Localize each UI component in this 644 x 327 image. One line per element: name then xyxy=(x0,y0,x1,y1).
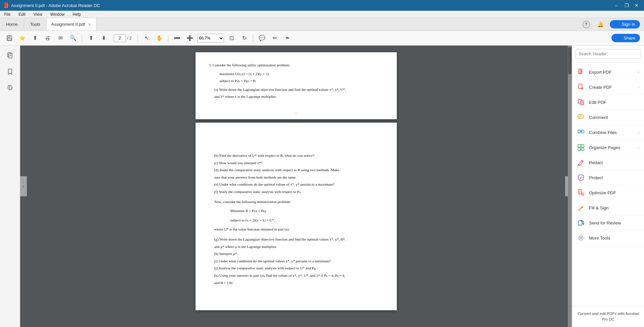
tool-redact[interactable]: Redact xyxy=(572,155,644,170)
svg-rect-18 xyxy=(578,115,583,118)
tool-send-for-review[interactable]: Send for Review xyxy=(572,215,644,231)
fit-page-button[interactable]: ⊡ xyxy=(226,33,237,44)
organize-pages-label: Organize Pages xyxy=(589,145,634,150)
rotate-button[interactable]: ↻ xyxy=(239,33,250,44)
pages-panel-button[interactable] xyxy=(3,49,17,62)
cursor-tool-button[interactable]: ↖ xyxy=(141,33,152,44)
menu-window[interactable]: Window xyxy=(49,11,66,17)
part-c: (c) How would you interpret λ*? xyxy=(214,160,383,166)
menu-file[interactable]: File xyxy=(3,11,12,17)
sign-in-button[interactable]: 👤 Sign In xyxy=(610,20,640,28)
app-icon: 📕 xyxy=(3,2,9,8)
share-button[interactable]: 👤 Share xyxy=(611,34,640,42)
tool-protect[interactable]: Protect xyxy=(572,170,644,185)
search-button[interactable]: 🔍 xyxy=(68,33,78,44)
tab-home[interactable]: Home xyxy=(0,18,24,30)
part-g2: and μ* where μ is the Lagrange multiplie… xyxy=(214,244,383,250)
page-number-input[interactable] xyxy=(114,34,126,42)
page2-content: (b) Find the derivative of U* with respe… xyxy=(196,123,397,297)
pdf-viewer: ‹ 3. Consider the following utility opti… xyxy=(20,46,572,327)
part-f: (f) Study the comparative static analysi… xyxy=(214,189,383,195)
comment-label: Comment xyxy=(589,115,639,120)
help-icon-button[interactable]: ? xyxy=(582,20,591,29)
combine-files-icon xyxy=(577,128,585,136)
redact-label: Redact xyxy=(589,160,639,165)
next-page-button[interactable]: ⬇ xyxy=(98,33,109,44)
svg-rect-2 xyxy=(8,38,11,40)
maximize-button[interactable]: ❐ xyxy=(622,2,631,9)
hand-tool-button[interactable]: ✋ xyxy=(154,33,165,44)
constraint: subject to P₁x + P₂y = B. xyxy=(220,78,383,84)
tool-more-tools[interactable]: More Tools xyxy=(572,231,644,246)
attachments-panel-button[interactable] xyxy=(3,81,17,94)
scroll-left-button[interactable]: ‹ xyxy=(20,176,27,196)
save-button[interactable] xyxy=(4,33,15,44)
export-pdf-arrow: › xyxy=(638,70,639,74)
create-pdf-arrow: › xyxy=(638,85,639,89)
svg-rect-1 xyxy=(8,36,10,38)
utility-function: max(min) U(x,y) = (x + 2)(y + 1) xyxy=(220,71,383,77)
minimize-button[interactable]: – xyxy=(612,2,621,9)
bookmark-button[interactable]: ⭐ xyxy=(17,33,28,44)
svg-line-39 xyxy=(582,221,584,222)
tool-optimize-pdf[interactable]: Optimize PDF xyxy=(572,185,644,200)
print-button[interactable]: 🖨 xyxy=(42,33,53,44)
svg-rect-22 xyxy=(582,130,584,133)
menu-help[interactable]: Help xyxy=(71,11,83,17)
tab-tools[interactable]: Tools xyxy=(24,18,47,30)
tab-bar: Home Tools Assignment II.pdf × ? 🔔 👤 Sig… xyxy=(0,18,644,31)
create-pdf-label: Create PDF xyxy=(589,85,634,90)
menu-view[interactable]: View xyxy=(32,11,44,17)
now-consider: Now, consider the following minimization… xyxy=(214,199,383,205)
menu-edit[interactable]: Edit xyxy=(17,11,27,17)
toolbar-separator-1 xyxy=(82,34,82,42)
title-bar-left: 📕 Assignment II.pdf - Adobe Acrobat Read… xyxy=(3,2,100,8)
comment-icon xyxy=(577,113,585,121)
tool-export-pdf[interactable]: Export PDF › xyxy=(572,65,644,80)
upload-button[interactable]: ⬆ xyxy=(30,33,40,44)
scrollbar-thumb[interactable] xyxy=(568,47,572,74)
tools-search-input[interactable] xyxy=(576,49,641,59)
toolbar-separator-3 xyxy=(168,34,168,42)
tool-edit-pdf[interactable]: Edit PDF xyxy=(572,95,644,110)
fill-sign-label: Fill & Sign xyxy=(589,205,639,210)
svg-rect-28 xyxy=(578,165,581,166)
svg-rect-25 xyxy=(578,148,581,150)
comment-tool-button[interactable]: 💬 xyxy=(257,33,267,44)
page1-content: 3. Consider the following utility optimi… xyxy=(196,52,397,126)
close-button[interactable]: ✕ xyxy=(632,2,641,9)
notifications-button[interactable]: 🔔 xyxy=(596,20,605,29)
organize-pages-icon xyxy=(577,143,585,151)
left-panel xyxy=(0,46,20,327)
tool-organize-pages[interactable]: Organize Pages › xyxy=(572,140,644,155)
bookmarks-panel-button[interactable] xyxy=(3,65,17,78)
part-h: (h) Interpret μ*. xyxy=(214,251,383,257)
zoom-select[interactable]: 66.7% 50% 75% 100% 125% 150% xyxy=(197,34,224,43)
menu-bar: File Edit View Window Help xyxy=(0,11,644,18)
vertical-scrollbar[interactable] xyxy=(568,46,572,327)
tab-close-button[interactable]: × xyxy=(88,21,92,27)
tool-create-pdf[interactable]: Create PDF › xyxy=(572,80,644,95)
zoom-in-button[interactable]: ➕ xyxy=(184,33,195,44)
toolbar: ⭐ ⬆ 🖨 ✉ 🔍 ⬆ ⬇ / 2 ↖ ✋ ➖ ➕ 66.7% 50% 75% … xyxy=(0,31,644,46)
prev-page-button[interactable]: ⬆ xyxy=(86,33,96,44)
tool-fill-sign[interactable]: Fill & Sign xyxy=(572,200,644,215)
organize-pages-arrow: › xyxy=(638,145,639,149)
svg-rect-23 xyxy=(578,144,581,147)
signature-button[interactable]: ✒ xyxy=(282,33,293,44)
tool-combine-files[interactable]: Combine Files › xyxy=(572,125,644,140)
share-icon: 👤 xyxy=(616,36,622,41)
toolbar-separator-4 xyxy=(253,34,253,42)
part-g: (g) Write down the Lagrangian objective … xyxy=(214,237,383,243)
where-u: where U* is the value function obtained … xyxy=(214,226,383,233)
tab-document[interactable]: Assignment II.pdf × xyxy=(47,18,96,30)
highlight-button[interactable]: ✏ xyxy=(269,33,280,44)
promo-text: Convert and edit PDFs with Acrobat Pro D… xyxy=(572,306,644,327)
pages-container[interactable]: 3. Consider the following utility optimi… xyxy=(20,46,572,327)
fill-sign-icon xyxy=(577,204,585,212)
tool-comment[interactable]: Comment xyxy=(572,110,644,125)
protect-label: Protect xyxy=(589,175,639,180)
zoom-out-button[interactable]: ➖ xyxy=(172,33,182,44)
export-pdf-icon xyxy=(577,68,585,76)
email-button[interactable]: ✉ xyxy=(55,33,66,44)
